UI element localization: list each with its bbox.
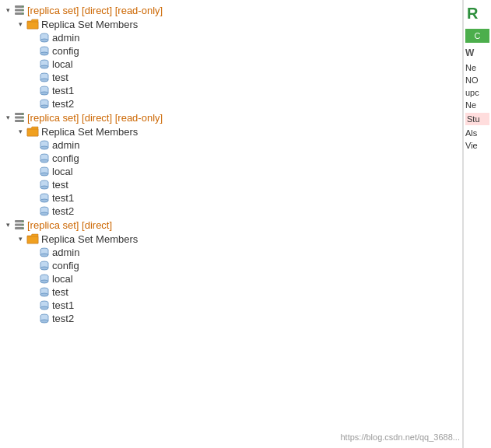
tree-icon <box>39 287 50 298</box>
stu-label: Stu <box>465 113 489 125</box>
svg-point-20 <box>40 92 48 95</box>
tree-label: test <box>52 179 68 191</box>
svg-point-59 <box>40 267 48 270</box>
toggle-icon[interactable]: ▾ <box>14 233 26 245</box>
tree-item[interactable]: ▾ [replica set] [direct] [read-only] <box>0 3 462 17</box>
tree-icon <box>26 19 39 30</box>
tree-icon <box>39 86 50 96</box>
tree-label: config <box>52 45 79 57</box>
svg-point-28 <box>22 117 23 118</box>
tree-label: admin <box>52 32 79 44</box>
tree-label: local <box>52 58 73 70</box>
tree-icon <box>14 219 25 230</box>
tree-item[interactable]: admin <box>0 31 462 44</box>
tree-item[interactable]: ▾ Replica Set Members <box>0 232 462 246</box>
svg-point-41 <box>40 186 48 189</box>
toggle-icon[interactable]: ▾ <box>2 219 14 231</box>
toggle-icon[interactable]: ▾ <box>14 125 26 138</box>
tree-label: test1 <box>52 192 74 204</box>
tree-icon <box>26 126 39 137</box>
tree-item[interactable]: admin <box>0 138 462 152</box>
toggle-icon[interactable]: ▾ <box>2 111 14 124</box>
svg-point-56 <box>40 254 48 257</box>
tree-item[interactable]: test <box>0 71 462 84</box>
tree-label: Replica Set Members <box>41 126 138 138</box>
svg-point-53 <box>22 228 23 229</box>
svg-point-23 <box>40 105 48 108</box>
svg-point-62 <box>40 280 48 283</box>
tree-item[interactable]: test <box>0 178 462 191</box>
svg-point-35 <box>40 159 48 163</box>
tree-icon <box>39 247 50 258</box>
tree-label: admin <box>52 247 79 258</box>
svg-point-4 <box>22 9 23 11</box>
tree-item[interactable]: test1 <box>0 191 462 205</box>
vie-label: Vie <box>464 139 491 152</box>
green-button[interactable]: C <box>465 29 489 43</box>
tree-icon <box>26 233 39 244</box>
section-w: W <box>464 44 491 61</box>
tree-icon <box>39 300 50 311</box>
tree-label: test <box>52 286 68 298</box>
tree-icon <box>39 46 50 57</box>
tree-item[interactable]: test1 <box>0 299 462 312</box>
tree-item[interactable]: local <box>0 272 462 285</box>
tree-item[interactable]: test1 <box>0 84 462 97</box>
right-title: R <box>464 0 491 27</box>
tree-icon <box>39 166 50 177</box>
tree-item[interactable]: admin <box>0 246 462 259</box>
tree-item[interactable]: test2 <box>0 312 462 325</box>
tree-label: [replica set] [direct] [read-only] <box>27 5 163 16</box>
svg-point-11 <box>40 52 48 55</box>
svg-point-14 <box>40 65 48 68</box>
tree-icon <box>39 153 50 164</box>
tree-icon <box>14 5 25 16</box>
tree-label: Replica Set Members <box>41 19 138 30</box>
svg-point-65 <box>40 293 48 296</box>
tree-icon <box>14 112 25 123</box>
tree-label: test2 <box>52 205 74 217</box>
tree-item[interactable]: ▾ Replica Set Members <box>0 17 462 31</box>
tree-label: local <box>52 273 73 285</box>
tree-label: test <box>52 72 68 83</box>
tree-label: Replica Set Members <box>41 233 138 245</box>
tree-item[interactable]: ▾ [replica set] [direct] [read-only] <box>0 110 462 124</box>
tree-icon <box>39 72 50 83</box>
tree-item[interactable]: config <box>0 152 462 165</box>
tree-item[interactable]: test <box>0 285 462 299</box>
tree-icon <box>39 59 50 70</box>
svg-point-29 <box>22 121 23 122</box>
tree-label: config <box>52 260 79 271</box>
toggle-icon[interactable]: ▾ <box>2 4 14 16</box>
svg-point-38 <box>40 173 48 176</box>
svg-point-52 <box>22 224 23 226</box>
tree-label: test2 <box>52 313 74 324</box>
tree-icon <box>39 33 50 44</box>
tree-item[interactable]: config <box>0 44 462 58</box>
tree-item[interactable]: local <box>0 165 462 178</box>
svg-point-32 <box>40 146 48 149</box>
tree-item[interactable]: test2 <box>0 97 462 110</box>
tree-icon <box>39 99 50 110</box>
svg-point-44 <box>40 199 48 202</box>
tree-label: test1 <box>52 299 74 311</box>
tree-item[interactable]: config <box>0 259 462 272</box>
tree-icon <box>39 261 50 271</box>
tree-icon <box>39 206 50 217</box>
tree-panel[interactable]: ▾ [replica set] [direct] [read-only]▾ Re… <box>0 0 463 448</box>
svg-point-71 <box>40 320 48 323</box>
upc-label: upc <box>464 86 491 99</box>
tree-item[interactable]: ▾ [replica set] [direct] <box>0 218 462 232</box>
toggle-icon[interactable]: ▾ <box>14 18 26 30</box>
tree-icon <box>39 180 50 191</box>
tree-item[interactable]: local <box>0 58 462 71</box>
tree-label: test1 <box>52 85 74 96</box>
tree-label: [replica set] [direct] [read-only] <box>27 112 163 124</box>
ne2-label: Ne <box>464 99 491 111</box>
tree-label: admin <box>52 139 79 151</box>
tree-label: [replica set] [direct] <box>27 219 112 231</box>
tree-icon <box>39 274 50 285</box>
tree-item[interactable]: ▾ Replica Set Members <box>0 124 462 138</box>
svg-point-47 <box>40 212 48 215</box>
tree-item[interactable]: test2 <box>0 205 462 218</box>
